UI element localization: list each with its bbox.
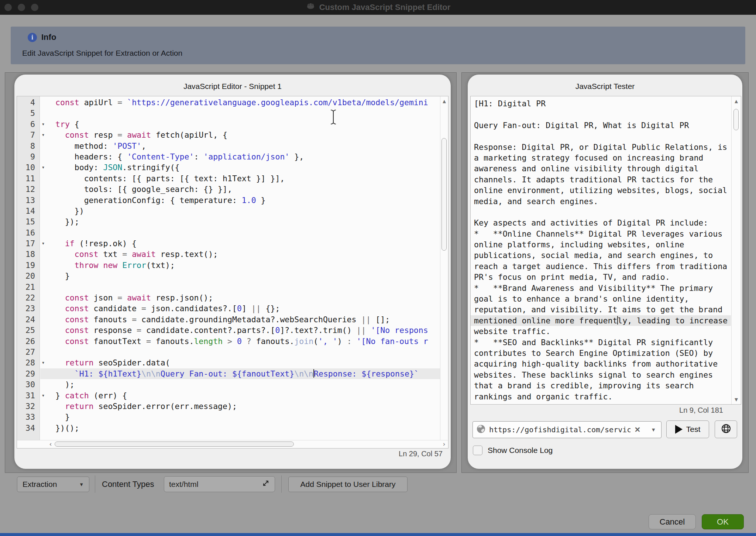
code-line[interactable]: 6▾try { <box>17 119 440 130</box>
code-line[interactable]: 7▾ const resp = await fetch(apiUrl, { <box>17 130 440 140</box>
tester-line[interactable]: mentioned online more frequently, leadin… <box>471 315 731 326</box>
code-line[interactable]: 14 }) <box>17 206 440 216</box>
code-line[interactable]: 32 return seoSpider.error(err.message); <box>17 401 440 412</box>
test-url-input[interactable]: https://gofishdigital.com/servic ✕ ▼ <box>472 421 662 438</box>
code-line[interactable]: 15 }); <box>17 216 440 227</box>
code-line[interactable]: 25 const response = candidate.content?.p… <box>17 325 440 336</box>
tester-line[interactable] <box>471 131 731 141</box>
code-line[interactable]: 5 <box>17 108 440 118</box>
tester-output[interactable]: [H1: Digital PRQuery Fan-out: Digital PR… <box>470 96 741 405</box>
tester-line[interactable]: a marketing strategy focused on increasi… <box>471 152 731 163</box>
tester-line[interactable]: channels. It adapts traditional PR tacti… <box>471 174 731 185</box>
editor-vscroll-thumb[interactable] <box>441 138 447 251</box>
tester-line[interactable]: Query Fan-out: Digital PR, What is Digit… <box>471 120 731 131</box>
code-line[interactable]: 19 throw new Error(txt); <box>17 260 440 271</box>
tester-line[interactable]: media, and search engines. <box>471 196 731 207</box>
code-line[interactable]: 20 } <box>17 271 440 281</box>
code-line[interactable]: 28▾ return seoSpider.data( <box>17 357 440 368</box>
code-line[interactable]: 8 method: 'POST', <box>17 141 440 151</box>
tester-vertical-scrollbar[interactable]: ▲ ▼ <box>731 96 741 404</box>
tester-line[interactable]: online environment, utilizing websites, … <box>471 185 731 196</box>
scroll-right-icon[interactable]: › <box>442 440 446 449</box>
code-line[interactable]: 29 `H1: ${h1Text}\n\nQuery Fan-out: ${fa… <box>17 368 440 379</box>
tester-line[interactable]: contributes to Search Engine Optimizatio… <box>471 348 731 358</box>
fold-arrow-icon[interactable]: ▾ <box>40 357 47 368</box>
url-dropdown-icon[interactable]: ▼ <box>651 427 656 433</box>
close-window-button[interactable] <box>4 4 12 11</box>
code-editor[interactable]: 4const apiUrl = `https://generativelangu… <box>17 96 449 449</box>
fold-arrow-icon[interactable]: ▾ <box>40 238 47 249</box>
code-line[interactable]: 11 contents: [{ parts: [{ text: h1Text }… <box>17 173 440 184</box>
editor-hscroll-thumb[interactable] <box>55 441 294 447</box>
expand-icon[interactable] <box>262 479 270 489</box>
code-line[interactable]: 16 <box>17 227 440 238</box>
tester-line[interactable]: reach a target audience. This differs fr… <box>471 261 731 272</box>
code-line[interactable]: 17▾ if (!resp.ok) { <box>17 238 440 249</box>
tester-line[interactable]: websites. These backlinks signal to sear… <box>471 370 731 380</box>
fold-arrow-icon[interactable]: ▾ <box>40 390 47 401</box>
line-number: 17 <box>17 238 40 249</box>
tester-line[interactable]: * **SEO and Backlinks** Digital PR signi… <box>471 337 731 348</box>
code-line[interactable]: 13 generationConfig: { temperature: 1.0 … <box>17 195 440 206</box>
add-snippet-to-library-button[interactable]: Add Snippet to User Library <box>288 477 408 492</box>
scroll-up-icon[interactable]: ▲ <box>732 98 741 104</box>
tester-line[interactable]: acquiring high-quality backlinks from au… <box>471 358 731 369</box>
tester-line[interactable]: * **Online Channels** Digital PR leverag… <box>471 229 731 239</box>
tester-line[interactable] <box>471 109 731 120</box>
add-snippet-label: Add Snippet to User Library <box>300 480 396 489</box>
fold-arrow-icon[interactable]: ▾ <box>40 119 47 130</box>
tester-line[interactable]: online platforms, including websites, on… <box>471 239 731 250</box>
editor-horizontal-scrollbar[interactable]: ‹ › <box>17 440 448 448</box>
code-line[interactable]: 24 const fanouts = candidate.groundingMe… <box>17 314 440 325</box>
tester-line[interactable]: PR's focus on print media, TV, and radio… <box>471 272 731 282</box>
code-line[interactable]: 18 const txt = await resp.text(); <box>17 249 440 260</box>
tester-line[interactable]: that a brand is credible, improving its … <box>471 380 731 391</box>
zoom-window-button[interactable] <box>31 4 38 11</box>
tester-line[interactable]: rankings and organic traffic. <box>471 391 731 402</box>
code-line[interactable]: 27 <box>17 347 440 357</box>
test-url-value[interactable]: https://gofishdigital.com/servic <box>489 425 630 434</box>
tester-line[interactable]: website traffic. <box>471 326 731 337</box>
cancel-button[interactable]: Cancel <box>649 514 696 529</box>
editor-vertical-scrollbar[interactable]: ▲ <box>440 96 448 440</box>
code-line[interactable]: 31▾} catch (err) { <box>17 390 440 401</box>
scroll-down-icon[interactable]: ▼ <box>732 396 741 403</box>
code-line[interactable]: 34})(); <box>17 423 440 433</box>
snippet-mode-dropdown[interactable]: Extraction ▼ <box>17 477 89 492</box>
tester-line[interactable]: awareness and online visibility through … <box>471 163 731 174</box>
tester-line[interactable] <box>471 207 731 217</box>
fold-arrow-icon[interactable]: ▾ <box>40 130 47 140</box>
minimize-window-button[interactable] <box>18 4 25 11</box>
snippet-editor-window: Custom JavaScript Snippet Editor i Info … <box>0 0 756 536</box>
test-button[interactable]: Test <box>666 420 709 438</box>
ok-button[interactable]: OK <box>702 514 744 529</box>
code-line[interactable]: 30 ); <box>17 379 440 390</box>
tester-line[interactable]: reputation, and visibility. It aims to g… <box>471 304 731 315</box>
content-types-input[interactable]: text/html <box>164 476 275 492</box>
scroll-left-icon[interactable]: ‹ <box>49 440 52 449</box>
code-line[interactable]: 10▾ body: JSON.stringify({ <box>17 162 440 173</box>
code-line[interactable]: 4const apiUrl = `https://generativelangu… <box>17 97 440 108</box>
fold-arrow-icon[interactable]: ▾ <box>40 162 47 173</box>
code-line[interactable]: 12 tools: [{ google_search: {} }], <box>17 184 440 195</box>
tester-vscroll-thumb[interactable] <box>733 109 739 130</box>
clear-url-icon[interactable]: ✕ <box>634 425 640 434</box>
code-text: const txt = await resp.text(); <box>47 249 440 260</box>
code-line[interactable]: 26 const fanoutText = fanouts.length > 0… <box>17 336 440 347</box>
line-number: 9 <box>17 151 40 162</box>
code-line[interactable]: 21 <box>17 282 440 292</box>
tester-line[interactable]: publications, social media, and search e… <box>471 250 731 261</box>
code-line[interactable]: 9 headers: { 'Content-Type': 'applicatio… <box>17 151 440 162</box>
show-console-log-checkbox[interactable] <box>473 446 482 455</box>
tester-line[interactable]: [H1: Digital PR <box>471 98 731 109</box>
code-line[interactable]: 22 const json = await resp.json(); <box>17 292 440 303</box>
open-in-browser-button[interactable] <box>715 420 737 438</box>
scroll-up-icon[interactable]: ▲ <box>440 98 448 104</box>
code-line[interactable]: 33 } <box>17 412 440 422</box>
code-line[interactable]: 23 const candidate = json.candidates?.[0… <box>17 303 440 314</box>
line-number: 5 <box>17 108 40 118</box>
tester-line[interactable]: goal is to enhance a brand's online iden… <box>471 293 731 304</box>
tester-line[interactable]: Response: Digital PR, or Digital Public … <box>471 142 731 152</box>
tester-line[interactable]: * **Brand Awareness and Visibility** The… <box>471 283 731 293</box>
tester-line[interactable]: Key aspects and activities of Digital PR… <box>471 217 731 228</box>
